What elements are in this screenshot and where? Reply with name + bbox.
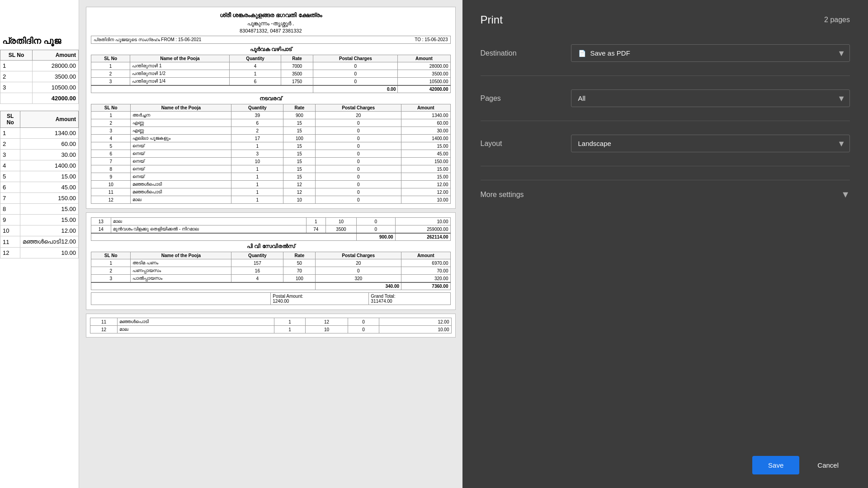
- table-row: 3 പന്തിരുനാഴി 1/4 6 1750 0 10500.00: [91, 78, 451, 86]
- table-row: 10മഞ്ഞൾപൊടി112012.00: [91, 181, 451, 188]
- col-slno3: SL No: [91, 252, 131, 259]
- layout-select[interactable]: Landscape: [571, 135, 850, 152]
- col-sl2: SL No: [0, 111, 20, 128]
- table-row: 4എല്ലാ പൂജകളും1710001400.00: [91, 135, 451, 142]
- col-name: Name of the Pooja: [130, 55, 230, 62]
- list-item: 260.00: [0, 139, 79, 150]
- destination-value: Save as PDF: [590, 49, 630, 57]
- list-item: 645.00: [0, 182, 79, 193]
- more-settings-row[interactable]: More settings ▼: [481, 180, 850, 209]
- pages-dropdown-arrow: ▼: [837, 94, 845, 103]
- list-item: 3 10500.00: [0, 82, 79, 93]
- destination-option: Destination 📄 Save as PDF ▼: [481, 44, 850, 76]
- layout-control[interactable]: Landscape ▼: [571, 135, 850, 152]
- table-row: 1അർച്ചന39900201340.00: [91, 112, 451, 119]
- col-qty: Quantity: [230, 55, 281, 62]
- table-row: 11മഞ്ഞൾപൊടി112012.00: [91, 188, 451, 196]
- print-buttons-area: Save Cancel: [481, 438, 850, 474]
- pages-control[interactable]: All ▼: [571, 89, 850, 107]
- temple-name: ശ്രീ ശങ്കരംകുളങ്ങര ഭഗവതി ക്ഷേത്രം: [91, 12, 451, 19]
- save-button[interactable]: Save: [752, 456, 799, 474]
- layout-label: Layout: [481, 140, 571, 148]
- col-rate: Rate: [281, 55, 313, 62]
- table-row: 2എണ്ണ615060.00: [91, 119, 451, 127]
- section1-title: പൂർവക വഴിപാട്: [91, 46, 451, 52]
- table-row: 7നെയ്10150150.00: [91, 158, 451, 165]
- list-item: 515.00: [0, 171, 79, 182]
- table-row: 3എണ്ണ215030.00: [91, 127, 451, 135]
- table-row: 12 മാല 1 10 0 10.00: [90, 326, 452, 333]
- destination-control[interactable]: 📄 Save as PDF ▼: [571, 44, 850, 62]
- date-to: TO : 15-06-2023: [415, 37, 448, 42]
- col-name3: Name of the Pooja: [131, 252, 231, 259]
- col-amount-header2: Amount: [20, 111, 79, 128]
- list-item: 1210.00: [0, 248, 79, 258]
- col-postal3: Postal Charges: [316, 252, 401, 259]
- section3-table: SL No Name of the Pooja Quantity Rate Po…: [91, 252, 451, 290]
- document-scroll-area[interactable]: ശ്രീ ശങ്കരംകുളങ്ങര ഭഗവതി ക്ഷേത്രം പൂങ്കു…: [79, 0, 462, 488]
- list-item: 11മഞ്ഞൾപൊടി12.00: [0, 236, 79, 248]
- col-qty3: Quantity: [231, 252, 283, 259]
- section1-table: SL No Name of the Pooja Quantity Rate Po…: [91, 55, 451, 93]
- table-row: 2 പന്തിരുനാഴി 1/2 1 3500 0 3500.00: [91, 70, 451, 78]
- grand-total-value: 311474.00: [371, 299, 392, 304]
- bottom-rows-area: 11 മഞ്ഞൾപൊടി 1 12 0 12.00 12 മാല 1 10 0 …: [86, 314, 456, 338]
- list-item: 815.00: [0, 204, 79, 215]
- section2b-table: 13മാല110010.00 14മുൻവശം വിളക്കു തെളിയിക്…: [91, 217, 451, 241]
- print-dialog: Print 2 pages Destination 📄 Save as PDF …: [462, 0, 868, 488]
- layout-dropdown-arrow: ▼: [837, 139, 845, 148]
- grand-total-table: Postal Amount: 1240.00 Grand Total: 3114…: [91, 292, 451, 305]
- col-amount: Amount: [398, 55, 450, 62]
- col-amount3: Amount: [401, 252, 450, 259]
- layout-value: Landscape: [578, 140, 611, 147]
- list-item: 11340.00: [0, 128, 79, 139]
- table-row: 13മാല110010.00: [91, 218, 451, 225]
- print-document-page1: ശ്രീ ശങ്കരംകുളങ്ങര ഭഗവതി ക്ഷേത്രം പൂങ്കു…: [86, 7, 456, 209]
- total-row: 0.00 42000.00: [91, 85, 451, 93]
- left-background-panel: പ്രതിദിന പൂജ SL No Amount 1 28000.00 2 3…: [0, 0, 79, 488]
- destination-select[interactable]: 📄 Save as PDF: [571, 44, 850, 62]
- pages-value: All: [578, 94, 586, 102]
- pdf-icon: 📄: [578, 50, 586, 57]
- table-row: 1 പന്തിരുനാഴി 1 4 7000 0 28000.00: [91, 62, 451, 70]
- col-slno: SL No: [91, 55, 130, 62]
- pages-select[interactable]: All: [571, 89, 850, 107]
- table-row: 14മുൻവശം വിളക്കു തെളിയിക്കൽ - നിറമാല7435…: [91, 225, 451, 234]
- temple-location: പൂങ്കുന്നം -തൃശ്ശൂർ .: [91, 20, 451, 27]
- total-row: 900.00 262114.00: [91, 233, 451, 241]
- table-row: 5നെയ്115015.00: [91, 142, 451, 150]
- pages-label: Pages: [481, 94, 571, 103]
- print-document-page2: 13മാല110010.00 14മുൻവശം വിളക്കു തെളിയിക്…: [86, 212, 456, 310]
- table-row: 1അടിമ പണം15750206970.00: [91, 259, 451, 267]
- list-item: 1012.00: [0, 225, 79, 236]
- temple-contact: 8304871332, 0487 2381332: [91, 28, 451, 33]
- print-title: Print: [481, 14, 503, 26]
- total-row: 42000.00: [0, 93, 79, 104]
- cancel-button[interactable]: Cancel: [806, 456, 850, 474]
- table-row: 3പാൽപ്പായസം4100320320.00: [91, 275, 451, 283]
- date-range-row: പ്രതിദിന പൂജയുടെ സംഗ്രഹം FROM : 15-06-20…: [91, 36, 451, 44]
- total-row: 340.00 7360.00: [91, 282, 451, 290]
- col-qty2: Quantity: [231, 104, 283, 112]
- col-amount-header1: Amount: [33, 50, 79, 61]
- col-amount2: Amount: [401, 104, 450, 112]
- print-header: Print 2 pages: [481, 14, 850, 26]
- list-item: 1 28000.00: [0, 61, 79, 71]
- table-row: 8നെയ്115015.00: [91, 165, 451, 173]
- col-rate3: Rate: [283, 252, 316, 259]
- grand-total-row: Postal Amount: 1240.00 Grand Total: 3114…: [91, 293, 451, 305]
- col-rate2: Rate: [283, 104, 316, 112]
- table-row: 11 മഞ്ഞൾപൊടി 1 12 0 12.00: [90, 318, 452, 326]
- print-pages: 2 pages: [824, 16, 850, 24]
- list-item: 330.00: [0, 150, 79, 160]
- table-row: 6നെയ്315045.00: [91, 150, 451, 158]
- pages-option: Pages All ▼: [481, 89, 850, 121]
- more-settings-chevron-icon: ▼: [841, 189, 850, 200]
- grand-total-label: Grand Total:: [371, 294, 395, 299]
- table-row: 12മാല110010.00: [91, 196, 451, 204]
- col-name2: Name of the Pooja: [131, 104, 231, 112]
- section3-title: പി വി സേവിരൽസ്: [91, 243, 451, 249]
- section2-title: നടവരവ്: [91, 95, 451, 102]
- list-item: 915.00: [0, 215, 79, 225]
- destination-dropdown-arrow: ▼: [837, 48, 845, 58]
